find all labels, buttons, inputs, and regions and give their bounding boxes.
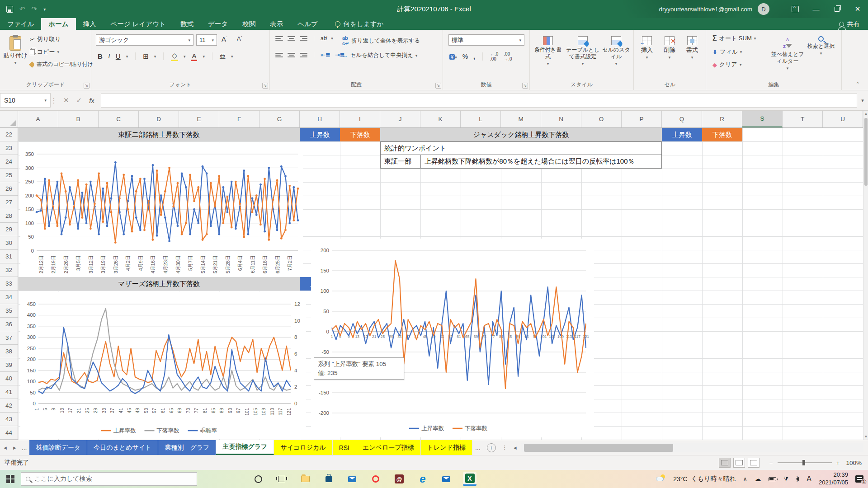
sheet-tab-サイコロジカル[interactable]: サイコロジカル [274, 440, 332, 455]
row-header-32[interactable]: 32 [0, 263, 18, 277]
decrease-indent-icon[interactable]: ⇤≣ [321, 52, 330, 58]
sheet-more-right[interactable]: ... [472, 440, 483, 455]
column-header-M[interactable]: M [501, 111, 541, 127]
tab-page-layout[interactable]: ページ レイアウト [104, 18, 173, 30]
taskbar-search[interactable]: ここに入力して検索 [21, 472, 197, 486]
tab-insert[interactable]: 挿入 [76, 18, 104, 30]
sheet-tab-トレンド指標[interactable]: トレンド指標 [421, 440, 472, 455]
row-header-27[interactable]: 27 [0, 196, 18, 209]
row-header-31[interactable]: 31 [0, 250, 18, 263]
percent-format-button[interactable]: % [462, 53, 468, 60]
tosho2-down-button[interactable]: 下落数 [340, 128, 380, 141]
minimize-button[interactable]: — [806, 0, 826, 18]
column-header-I[interactable]: I [340, 111, 380, 127]
cut-button[interactable]: ✂切り取り [30, 35, 61, 43]
cortana-icon[interactable] [251, 472, 265, 486]
zoom-thumb[interactable] [802, 460, 805, 465]
number-format-select[interactable]: 標準▾ [448, 34, 524, 46]
sheet-tab-RSI[interactable]: RSI [333, 440, 356, 455]
fill-button[interactable]: ⬇フィル▾ [712, 48, 742, 56]
format-as-table-button[interactable]: テーブルとして書式設定▾ [565, 33, 600, 66]
horizontal-scrollbar[interactable] [521, 443, 863, 452]
column-header-P[interactable]: P [622, 111, 662, 127]
tray-expand-icon[interactable]: ∧ [743, 476, 747, 482]
collapse-ribbon-icon[interactable]: ⌃ [856, 81, 860, 87]
row-header-38[interactable]: 38 [0, 345, 18, 358]
fill-color-button[interactable]: ◇ [171, 52, 178, 61]
row-header-28[interactable]: 28 [0, 209, 18, 223]
tosho2-up-button[interactable]: 上昇数 [300, 128, 340, 141]
email-at-icon[interactable]: @ [392, 472, 406, 486]
row-header-26[interactable]: 26 [0, 182, 18, 196]
row-header-23[interactable]: 23 [0, 141, 18, 155]
insert-function-icon[interactable]: fx [89, 97, 94, 104]
formula-input[interactable] [101, 93, 857, 108]
row-header-34[interactable]: 34 [0, 291, 18, 304]
sheet-tab-今日のまとめサイト[interactable]: 今日のまとめサイト [87, 440, 158, 455]
tab-data[interactable]: データ [201, 18, 235, 30]
row-header-22[interactable]: 22 [0, 128, 18, 141]
weather-text[interactable]: くもり時々晴れ [691, 475, 736, 483]
battery-icon[interactable] [769, 477, 776, 481]
namebox-splitter[interactable]: ⋮ [51, 90, 57, 110]
conditional-formatting-button[interactable]: 条件付き書式▾ [532, 33, 564, 66]
clipboard-dialog-launcher[interactable]: ↘ [84, 83, 90, 89]
vertical-scrollbar[interactable]: ▲ ▼ [863, 111, 868, 440]
scroll-down-icon[interactable]: ▼ [863, 435, 868, 439]
column-header-Q[interactable]: Q [662, 111, 702, 127]
alignment-dialog-launcher[interactable]: ↘ [435, 83, 441, 89]
hscroll-left-icon[interactable]: ◄ [510, 440, 520, 455]
column-header-O[interactable]: O [581, 111, 622, 127]
task-view-icon[interactable] [275, 472, 288, 486]
tab-view[interactable]: 表示 [263, 18, 290, 30]
tabbar-splitter[interactable]: ⋮ [500, 440, 510, 455]
taskbar-clock[interactable]: 20:392021/07/05 [819, 471, 848, 487]
sort-filter-button[interactable]: AZ 並べ替えとフィルター▾ [769, 33, 806, 71]
select-all-corner[interactable] [0, 111, 18, 127]
sheet-tab-株価診断データ[interactable]: 株価診断データ [29, 440, 87, 455]
tab-review[interactable]: 校閲 [235, 18, 263, 30]
number-dialog-launcher[interactable]: ↘ [522, 83, 528, 89]
decrease-decimal-button[interactable]: .00→.0 [504, 52, 512, 61]
align-right-icon[interactable] [300, 52, 307, 58]
borders-button[interactable]: ⊞ [143, 52, 149, 61]
zoom-slider[interactable]: − + [769, 460, 840, 466]
sheet-nav-prev-icon[interactable]: ◄ [3, 445, 8, 450]
onedrive-cloud-icon[interactable]: ☁ [755, 475, 761, 483]
row-header-40[interactable]: 40 [0, 372, 18, 385]
row-header-29[interactable]: 29 [0, 223, 18, 236]
column-header-S[interactable]: S [742, 111, 783, 127]
insert-cells-button[interactable]: ← 挿入▾ [637, 33, 657, 61]
row-header-35[interactable]: 35 [0, 304, 18, 318]
column-header-C[interactable]: C [99, 111, 139, 127]
underline-button[interactable]: U [116, 52, 121, 60]
find-select-button[interactable]: 検索と選択▾ [807, 33, 835, 56]
column-header-G[interactable]: G [259, 111, 300, 127]
column-header-T[interactable]: T [783, 111, 823, 127]
tab-home[interactable]: ホーム [41, 18, 75, 30]
zoom-level[interactable]: 100% [846, 460, 862, 466]
cell-styles-button[interactable]: セルのスタイル▾ [601, 33, 631, 66]
close-button[interactable]: ✕ [847, 0, 868, 18]
row-header-25[interactable]: 25 [0, 169, 18, 182]
autosum-button[interactable]: Σオート SUM▾ [712, 34, 756, 42]
chart-jasdaq[interactable]: -200-150-100-500501001502001591317212529… [311, 239, 594, 437]
align-left-icon[interactable] [275, 52, 283, 58]
column-header-B[interactable]: B [58, 111, 99, 127]
sheet-nav-next-icon[interactable]: ► [12, 445, 17, 450]
share-button[interactable]: 共有 [839, 18, 868, 30]
mail-app-icon[interactable] [345, 472, 359, 486]
column-header-L[interactable]: L [461, 111, 501, 127]
row-header-41[interactable]: 41 [0, 385, 18, 399]
column-header-U[interactable]: U [823, 111, 863, 127]
column-header-K[interactable]: K [420, 111, 461, 127]
edge-browser-icon[interactable]: e [416, 472, 429, 486]
scroll-up-icon[interactable]: ▲ [863, 112, 868, 116]
sheet-more-left[interactable]: ... [22, 444, 27, 451]
format-cells-button[interactable]: 書式▾ [682, 33, 703, 61]
name-box[interactable]: S10▾ [0, 93, 51, 108]
jasdaq-up-button[interactable]: 上昇数 [662, 128, 702, 141]
sheet-tab-主要指標グラフ[interactable]: 主要指標グラフ [216, 440, 274, 455]
grow-font-button[interactable]: Aˆ [222, 35, 227, 43]
column-header-F[interactable]: F [219, 111, 259, 127]
